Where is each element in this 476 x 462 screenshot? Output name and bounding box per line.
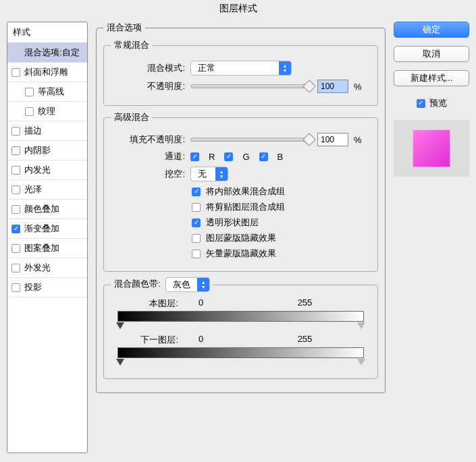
effect-checkbox[interactable] (11, 166, 20, 175)
blendif-channel-select[interactable]: 灰色 ▲▼ (165, 277, 210, 292)
effect-checkbox[interactable] (11, 127, 20, 136)
preview-label: 预览 (429, 97, 447, 109)
opacity-slider[interactable] (190, 84, 312, 88)
slider-handle-icon[interactable] (116, 359, 124, 366)
sidebar-item[interactable]: 光泽 (7, 180, 87, 200)
effect-checkbox[interactable] (25, 88, 34, 96)
channel-b-checkbox[interactable] (259, 152, 268, 161)
sidebar-header: 样式 (7, 22, 87, 43)
sidebar-item-label: 描边 (24, 125, 42, 137)
sidebar-item-label: 投影 (24, 281, 42, 293)
sidebar-item[interactable]: 内发光 (7, 161, 87, 180)
preview-swatch-area (394, 120, 469, 177)
channel-g-checkbox[interactable] (224, 152, 233, 161)
sidebar-item[interactable]: 外发光 (7, 258, 87, 278)
under-layer-gradient[interactable] (117, 347, 364, 358)
knockout-select[interactable]: 无 ▲▼ (190, 167, 228, 181)
option-label: 将内部效果混合成组 (206, 185, 285, 198)
sidebar-item-label: 内发光 (24, 164, 51, 176)
slider-handle-icon[interactable] (357, 359, 365, 366)
blendif-legend: 混合颜色带: 灰色 ▲▼ (111, 277, 213, 292)
dialog-title: 图层样式 (0, 0, 476, 22)
sidebar-item-label: 混合选项:自定 (24, 47, 80, 59)
sidebar-item[interactable]: 描边 (7, 121, 87, 141)
sidebar-item[interactable]: 图案叠加 (7, 239, 87, 258)
chevron-updown-icon: ▲▼ (197, 278, 209, 291)
channel-r-checkbox[interactable] (190, 152, 199, 161)
sidebar-item-label: 纹理 (38, 105, 55, 117)
sidebar-item-label: 外发光 (24, 262, 51, 274)
fill-opacity-unit: % (354, 135, 362, 145)
fill-opacity-input[interactable]: 100 (317, 133, 348, 146)
effect-checkbox[interactable] (11, 225, 20, 233)
sidebar-item-label: 内阴影 (24, 144, 51, 156)
sidebar-item[interactable]: 投影 (7, 278, 87, 297)
effect-checkbox[interactable] (11, 283, 20, 292)
sidebar-item[interactable]: 渐变叠加 (7, 219, 87, 239)
effect-checkbox[interactable] (11, 68, 20, 77)
sidebar-item[interactable]: 等高线 (7, 82, 87, 102)
sidebar-item[interactable]: 混合选项:自定 (7, 43, 87, 63)
option-label: 透明形状图层 (206, 216, 259, 229)
sidebar-item[interactable]: 纹理 (7, 102, 87, 121)
sidebar-item[interactable]: 内阴影 (7, 141, 87, 161)
preview-swatch (413, 129, 450, 167)
effect-checkbox[interactable] (11, 185, 20, 194)
sidebar-item-label: 图案叠加 (24, 242, 59, 254)
under-layer-label: 下一图层: (117, 334, 199, 346)
effect-checkbox[interactable] (25, 107, 34, 116)
this-layer-gradient[interactable] (117, 311, 364, 322)
option-checkbox[interactable] (192, 187, 201, 196)
slider-handle-icon[interactable] (116, 322, 124, 329)
under-layer-low: 0 (199, 334, 246, 346)
effect-checkbox[interactable] (11, 205, 20, 214)
effect-checkbox[interactable] (11, 244, 20, 253)
option-checkbox[interactable] (192, 234, 201, 243)
sidebar-item-label: 斜面和浮雕 (24, 66, 68, 78)
this-layer-low: 0 (199, 297, 246, 310)
fill-opacity-label: 填充不透明度: (111, 134, 185, 146)
blend-mode-label: 混合模式: (111, 62, 185, 74)
dialog-buttons: 确定 取消 新建样式... 预览 (394, 22, 469, 453)
blending-legend: 混合选项 (103, 22, 145, 34)
sidebar-item[interactable]: 颜色叠加 (7, 200, 87, 219)
styles-sidebar: 样式 混合选项:自定斜面和浮雕等高线纹理描边内阴影内发光光泽颜色叠加渐变叠加图案… (7, 22, 88, 453)
blend-mode-select[interactable]: 正常 ▲▼ (190, 61, 292, 76)
effect-checkbox[interactable] (11, 146, 20, 155)
under-layer-high: 255 (246, 334, 364, 346)
opacity-unit: % (354, 82, 362, 92)
fill-opacity-slider[interactable] (190, 138, 312, 142)
knockout-label: 挖空: (111, 168, 185, 180)
sidebar-item-label: 等高线 (38, 86, 64, 98)
general-legend: 常规混合 (111, 39, 153, 51)
preview-checkbox[interactable] (417, 99, 425, 108)
effect-checkbox[interactable] (11, 264, 20, 272)
sidebar-item-label: 光泽 (24, 183, 42, 196)
option-label: 将剪贴图层混合成组 (206, 201, 285, 213)
cancel-button[interactable]: 取消 (394, 46, 469, 62)
ok-button[interactable]: 确定 (394, 22, 469, 38)
blending-panel: 混合选项 常规混合 混合模式: 正常 ▲▼ 不透明度: 100 % (96, 22, 386, 453)
chevron-updown-icon: ▲▼ (279, 61, 291, 75)
option-checkbox[interactable] (192, 219, 201, 227)
sidebar-item-label: 渐变叠加 (24, 223, 59, 235)
this-layer-label: 本图层: (117, 297, 199, 310)
option-label: 矢量蒙版隐藏效果 (206, 248, 276, 260)
chevron-updown-icon: ▲▼ (215, 167, 228, 181)
this-layer-high: 255 (246, 297, 364, 310)
sidebar-item[interactable]: 斜面和浮雕 (7, 63, 87, 82)
sidebar-item-label: 颜色叠加 (24, 203, 59, 215)
advanced-legend: 高级混合 (111, 111, 153, 123)
channel-label: 通道: (111, 150, 185, 163)
opacity-input[interactable]: 100 (317, 80, 348, 93)
option-label: 图层蒙版隐藏效果 (206, 232, 276, 244)
option-checkbox[interactable] (192, 250, 201, 258)
new-style-button[interactable]: 新建样式... (394, 70, 469, 86)
slider-handle-icon[interactable] (357, 322, 365, 329)
opacity-label: 不透明度: (111, 80, 185, 92)
option-checkbox[interactable] (192, 203, 201, 212)
